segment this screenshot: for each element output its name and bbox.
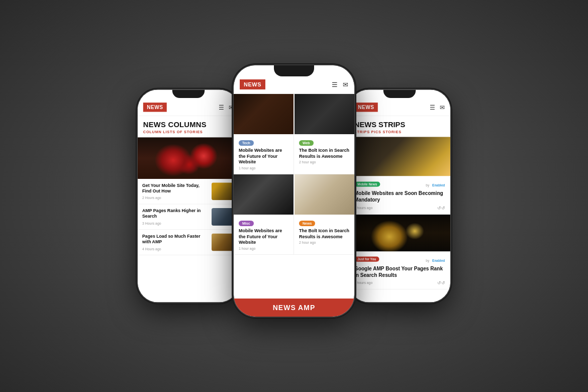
nav-icons-left: ☰ ✉ xyxy=(219,104,234,111)
center-bottom-grid xyxy=(234,174,354,215)
by-label-1: by xyxy=(426,183,429,186)
hamburger-icon-left[interactable]: ☰ xyxy=(219,104,224,111)
page-subtitle-left: COLUMN LISTS OF STORIES xyxy=(143,130,234,134)
grid-image-4 xyxy=(295,174,354,215)
card-top-1[interactable]: Tech Mobile Websites are the Future of Y… xyxy=(234,134,294,174)
thumb-coffee-image xyxy=(212,182,235,200)
strip-meta-2: Just for You by Enabled xyxy=(354,255,445,263)
notch-left xyxy=(172,89,205,98)
card-title-bot-1: Mobile Websites are the Future of Your W… xyxy=(239,228,288,246)
list-item-thumb-3 xyxy=(212,234,235,251)
center-footer-text: NEWS AMP xyxy=(239,304,349,312)
mail-icon-right[interactable]: ✉ xyxy=(440,104,445,111)
refresh-icon-2[interactable]: ↺ xyxy=(437,280,445,285)
page-title-left: NEWS COLUMNS xyxy=(143,121,234,129)
notch-center xyxy=(274,65,314,76)
card-bottom-1[interactable]: Misc Mobile Websites are the Future of Y… xyxy=(234,215,294,255)
grid-image-1 xyxy=(234,94,293,134)
phone-right: NEWS ☰ ✉ NEWS STRIPS STRIPS PICS STORIES… xyxy=(349,89,450,302)
list-item-time-2: 3 Hours ago xyxy=(142,221,208,225)
nav-icons-center: ☰ ✉ xyxy=(332,81,348,88)
strip-time-1: 2 hours ago xyxy=(354,206,372,210)
card-bottom-2[interactable]: News The Bolt Icon in Search Results is … xyxy=(294,215,354,255)
card-time-bot-1: 1 hour ago xyxy=(239,247,288,250)
thumb-food-image xyxy=(212,234,235,251)
nav-logo-left: NEWS xyxy=(143,103,167,112)
list-item-2[interactable]: AMP Pages Ranks Higher in Search 3 Hours… xyxy=(138,205,239,230)
card-time-top-2: 2 hour ago xyxy=(299,160,349,164)
list-item-text-3: Pages Load so Much Faster with AMP 4 Hou… xyxy=(142,234,208,251)
tag-misc-1: Misc xyxy=(239,221,254,226)
enabled-link-1[interactable]: Enabled xyxy=(432,183,445,186)
tag-web-1: Web xyxy=(299,140,314,146)
strip-hero-1 xyxy=(349,137,450,176)
nav-logo-center: NEWS xyxy=(240,79,265,89)
screen-right: NEWS ☰ ✉ NEWS STRIPS STRIPS PICS STORIES… xyxy=(349,89,450,302)
notch-right xyxy=(383,89,416,98)
card-title-top-2: The Bolt Icon in Search Results is Aweso… xyxy=(299,148,349,159)
coffee-bowl-image xyxy=(349,214,450,251)
list-item-1[interactable]: Get Your Mobile Site Today, Find Out How… xyxy=(138,179,239,205)
desk-setup-image xyxy=(349,137,450,176)
list-item-thumb-1 xyxy=(212,182,235,200)
camera-image xyxy=(234,174,293,215)
strip-footer-1: 2 hours ago ↺ xyxy=(354,205,445,210)
tag-just-for-you-1: Just for You xyxy=(354,257,379,262)
mail-icon-center[interactable]: ✉ xyxy=(343,81,348,88)
plate-image xyxy=(295,174,354,215)
grid-image-2 xyxy=(295,94,354,134)
enabled-link-2[interactable]: Enabled xyxy=(432,259,445,262)
card-top-2[interactable]: Web The Bolt Icon in Search Results is A… xyxy=(294,134,354,174)
hamburger-icon-center[interactable]: ☰ xyxy=(332,81,338,88)
hero-image-left xyxy=(138,137,239,179)
list-item-3[interactable]: Pages Load so Much Faster with AMP 4 Hou… xyxy=(138,230,239,255)
list-item-text-2: AMP Pages Ranks Higher in Search 3 Hours… xyxy=(142,208,208,226)
phone-center: NEWS ☰ ✉ Tech Mobile Websites are the Fu… xyxy=(234,65,354,317)
mail-icon-left[interactable]: ✉ xyxy=(229,104,234,111)
screen-center: NEWS ☰ ✉ Tech Mobile Websites are the Fu… xyxy=(234,65,354,317)
list-item-text-1: Get Your Mobile Site Today, Find Out How… xyxy=(142,182,208,200)
tag-mobile-news-1: Mobile News xyxy=(354,181,380,186)
strip-title-1: Mobile Websites are Soon Becoming Mandat… xyxy=(354,190,445,203)
nav-icons-right: ☰ ✉ xyxy=(430,104,445,111)
strip-card-2[interactable]: Just for You by Enabled Google AMP Boost… xyxy=(349,251,450,289)
center-footer: NEWS AMP xyxy=(234,299,354,317)
phone-left: NEWS ☰ ✉ NEWS COLUMNS COLUMN LISTS OF ST… xyxy=(138,89,239,302)
strip-meta-1: Mobile News by Enabled xyxy=(354,180,445,188)
card-title-top-1: Mobile Websites are the Future of Your W… xyxy=(239,148,288,165)
nav-logo-right: NEWS xyxy=(354,103,378,112)
typewriter-image xyxy=(295,94,354,134)
thumb-laptop-image xyxy=(212,208,235,226)
strip-title-2: Google AMP Boost Your Pages Rank in Sear… xyxy=(354,265,445,278)
card-time-top-1: 1 hour ago xyxy=(239,166,288,170)
page-header-right: NEWS STRIPS STRIPS PICS STORIES xyxy=(349,116,450,137)
list-item-time-1: 2 Hours ago xyxy=(142,196,208,200)
cards-top-grid: Tech Mobile Websites are the Future of Y… xyxy=(234,134,354,174)
center-hero-grid xyxy=(234,94,354,134)
list-item-title-2: AMP Pages Ranks Higher in Search xyxy=(142,208,208,220)
by-label-2: by xyxy=(426,259,429,262)
strip-by-1: by Enabled xyxy=(426,180,445,188)
page-subtitle-right: STRIPS PICS STORIES xyxy=(354,130,445,134)
strawberry-image xyxy=(138,137,239,179)
list-item-time-3: 4 Hours ago xyxy=(142,247,208,251)
grid-image-3 xyxy=(234,174,293,215)
strip-time-2: 2 hours ago xyxy=(354,281,372,285)
strip-footer-2: 2 hours ago ↺ xyxy=(354,280,445,285)
card-time-bot-2: 2 hour ago xyxy=(299,241,349,244)
tag-news-1: News xyxy=(299,221,315,226)
page-header-left: NEWS COLUMNS COLUMN LISTS OF STORIES xyxy=(138,116,239,137)
hamburger-icon-right[interactable]: ☰ xyxy=(430,104,435,111)
tag-tech-1: Tech xyxy=(239,140,254,146)
strip-hero-2 xyxy=(349,214,450,251)
screen-left: NEWS ☰ ✉ NEWS COLUMNS COLUMN LISTS OF ST… xyxy=(138,89,239,302)
strip-by-2: by Enabled xyxy=(426,255,445,263)
refresh-icon-1[interactable]: ↺ xyxy=(437,205,445,210)
list-items-left: Get Your Mobile Site Today, Find Out How… xyxy=(138,179,239,303)
phones-container: NEWS ☰ ✉ NEWS COLUMNS COLUMN LISTS OF ST… xyxy=(123,70,465,322)
list-item-title-1: Get Your Mobile Site Today, Find Out How xyxy=(142,182,208,194)
page-title-right: NEWS STRIPS xyxy=(354,121,445,129)
dark-food-image xyxy=(234,94,293,134)
cards-bottom-grid: Misc Mobile Websites are the Future of Y… xyxy=(234,215,354,255)
strip-card-1[interactable]: Mobile News by Enabled Mobile Websites a… xyxy=(349,176,450,214)
